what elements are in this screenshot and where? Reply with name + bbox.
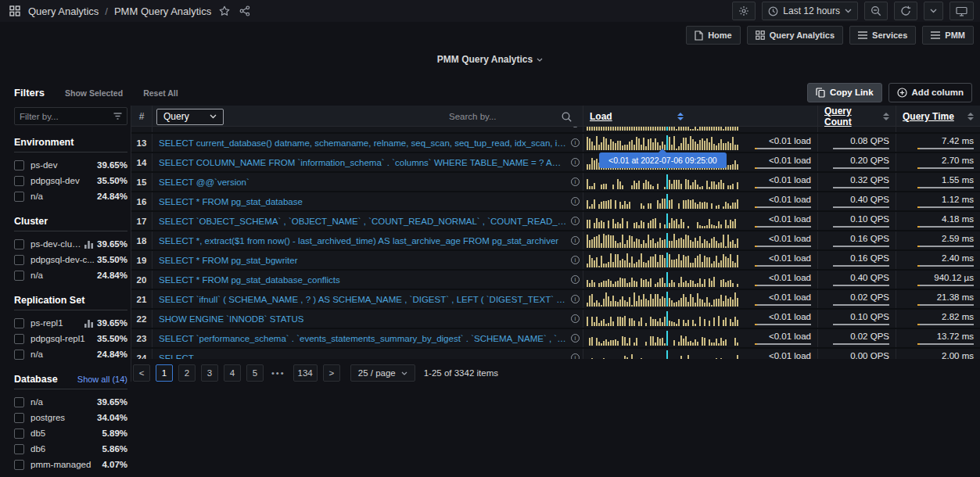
table-row[interactable]: 14 SELECT COLUMN_NAME FROM `information_… <box>131 153 980 173</box>
partial-row-top[interactable]: i <box>131 127 980 134</box>
load-sparkline[interactable] <box>587 174 740 189</box>
filter-checkbox[interactable] <box>14 192 24 202</box>
info-icon[interactable]: i <box>571 197 580 206</box>
info-icon[interactable]: i <box>571 314 580 323</box>
load-sparkline[interactable] <box>587 127 740 131</box>
nav-button-query-analytics[interactable]: Query Analytics <box>747 26 843 45</box>
table-row[interactable]: 19 SELECT * FROM pg_stat_bgwriter i <0.0… <box>131 251 980 271</box>
bar-chart-icon[interactable] <box>84 319 94 328</box>
load-sparkline[interactable] <box>587 311 740 326</box>
load-sparkline[interactable] <box>587 194 740 209</box>
load-sparkline[interactable] <box>587 213 740 228</box>
dashboard-selector[interactable]: PMM Query Analytics <box>0 54 980 65</box>
info-icon[interactable]: i <box>571 138 580 147</box>
table-row[interactable]: i <box>131 127 980 134</box>
pagination-next-button[interactable]: > <box>323 364 340 382</box>
query-link[interactable]: SELECT COLUMN_NAME FROM `information_sch… <box>159 158 567 167</box>
partial-row-bottom[interactable]: 24 SELECT ... i <0.01 load 0.00 QPS 2.00… <box>131 349 980 359</box>
query-link[interactable]: SELECT * FROM pg_stat_database_conflicts <box>159 275 567 285</box>
copy-link-button[interactable]: Copy Link <box>807 83 882 102</box>
sort-icon-query-time[interactable] <box>967 113 974 120</box>
filter-item[interactable]: pdpgsql-repl1 35.50% <box>14 331 127 346</box>
query-link[interactable]: SELECT `ifnull` ( SCHEMA_NAME , ? ) AS S… <box>159 295 567 304</box>
filter-checkbox[interactable] <box>14 334 24 344</box>
filter-checkbox[interactable] <box>14 255 24 265</box>
sort-icon-query-count[interactable] <box>883 113 889 120</box>
table-row[interactable]: 20 SELECT * FROM pg_stat_database_confli… <box>131 271 980 290</box>
filter-item[interactable]: pdpgsql-dev 35.50% <box>14 173 127 188</box>
view-mode-button[interactable] <box>949 2 974 20</box>
filter-item[interactable]: n/a 24.84% <box>14 188 127 204</box>
filter-checkbox[interactable] <box>14 444 24 454</box>
filter-search-box[interactable] <box>14 107 127 125</box>
table-row[interactable]: 18 SELECT *, extract($1 from now() - las… <box>131 231 980 251</box>
load-sparkline[interactable] <box>587 233 740 248</box>
pagination-page-button-1[interactable]: 1 <box>156 364 173 382</box>
refresh-interval-dropdown[interactable] <box>924 2 943 20</box>
pagination-page-button-2[interactable]: 2 <box>178 364 196 382</box>
filter-checkbox[interactable] <box>14 176 24 186</box>
zoom-out-button[interactable] <box>864 2 888 20</box>
filter-item[interactable]: pdpgsql-dev-c... 35.50% <box>14 252 127 267</box>
reset-all-link[interactable]: Reset All <box>143 88 178 98</box>
nav-button-services[interactable]: Services <box>849 26 916 45</box>
filter-checkbox[interactable] <box>14 160 24 170</box>
show-selected-link[interactable]: Show Selected <box>65 88 123 98</box>
add-column-button[interactable]: Add column <box>888 83 972 102</box>
load-sparkline[interactable] <box>587 292 740 307</box>
table-row[interactable]: 15 SELECT @@`version` i <0.01 load 0.32 … <box>131 173 980 192</box>
filter-item[interactable]: n/a 24.84% <box>14 346 127 362</box>
query-link[interactable]: SELECT @@`version` <box>159 178 567 187</box>
breadcrumb-section[interactable]: Query Analytics <box>28 5 99 17</box>
pagination-page-button-5[interactable]: 5 <box>246 364 264 382</box>
query-link[interactable]: SELECT *, extract($1 from now() - last_a… <box>159 236 567 246</box>
filter-item[interactable]: postgres 34.04% <box>14 410 127 425</box>
table-row[interactable]: 24 SELECT ... i <0.01 load 0.00 QPS 2.00… <box>131 349 980 359</box>
info-icon[interactable]: i <box>571 295 580 303</box>
query-link[interactable]: SELECT * FROM pg_stat_database <box>159 197 567 206</box>
info-icon[interactable]: i <box>571 127 580 127</box>
column-header-query-count[interactable]: Query Count <box>824 106 877 127</box>
filter-item[interactable]: ps-dev-cluster 39.65% <box>14 236 127 252</box>
filter-checkbox[interactable] <box>14 460 24 470</box>
table-row[interactable]: 13 SELECT current_database() datname, sc… <box>131 134 980 153</box>
query-link[interactable]: SELECT current_database() datname, schem… <box>159 138 567 148</box>
favorite-star-icon[interactable] <box>217 4 232 18</box>
filter-item[interactable]: ps-repl1 39.65% <box>14 315 127 331</box>
query-link[interactable]: SHOW ENGINE `INNODB` STATUS <box>159 314 567 324</box>
load-sparkline[interactable] <box>587 350 740 359</box>
table-row[interactable]: 16 SELECT * FROM pg_stat_database i <0.0… <box>131 192 980 212</box>
load-sparkline[interactable] <box>587 253 740 267</box>
info-icon[interactable]: i <box>571 353 580 359</box>
sort-icon-load[interactable] <box>677 113 684 120</box>
info-icon[interactable]: i <box>571 236 580 245</box>
nav-button-pmm[interactable]: PMM <box>922 26 974 45</box>
per-page-select[interactable]: 25 / page <box>350 364 415 382</box>
load-sparkline[interactable] <box>587 331 740 346</box>
pagination-last-page-button[interactable]: 134 <box>293 364 318 382</box>
pagination-page-button-4[interactable]: 4 <box>224 364 241 382</box>
column-header-load[interactable]: Load <box>590 111 671 122</box>
query-link[interactable]: SELECT `OBJECT_SCHEMA` , `OBJECT_NAME` ,… <box>159 217 567 226</box>
query-link[interactable]: SELECT * FROM pg_stat_bgwriter <box>159 256 567 265</box>
filter-item[interactable]: n/a 39.65% <box>14 394 127 410</box>
filter-checkbox[interactable] <box>14 271 24 281</box>
nav-button-home[interactable]: Home <box>686 26 741 45</box>
filter-search-input[interactable] <box>20 112 113 121</box>
info-icon[interactable]: i <box>571 256 580 264</box>
info-icon[interactable]: i <box>571 275 580 284</box>
bar-chart-icon[interactable] <box>84 240 94 249</box>
filter-checkbox[interactable] <box>14 429 24 439</box>
filter-item[interactable]: n/a 24.84% <box>14 267 127 283</box>
filter-checkbox[interactable] <box>14 239 24 249</box>
filter-checkbox[interactable] <box>14 318 24 328</box>
table-row[interactable]: 17 SELECT `OBJECT_SCHEMA` , `OBJECT_NAME… <box>131 212 980 231</box>
pagination-page-button-3[interactable]: 3 <box>201 364 218 382</box>
query-link[interactable]: SELECT ... <box>159 353 567 360</box>
show-all-link[interactable]: Show all (14) <box>77 375 127 384</box>
breadcrumb-page[interactable]: PMM Query Analytics <box>114 5 211 17</box>
load-sparkline[interactable] <box>587 272 740 287</box>
filter-checkbox[interactable] <box>14 397 24 407</box>
filter-item[interactable]: db6 5.86% <box>14 441 127 457</box>
filter-item[interactable]: pmm-managed 4.07% <box>14 457 127 472</box>
